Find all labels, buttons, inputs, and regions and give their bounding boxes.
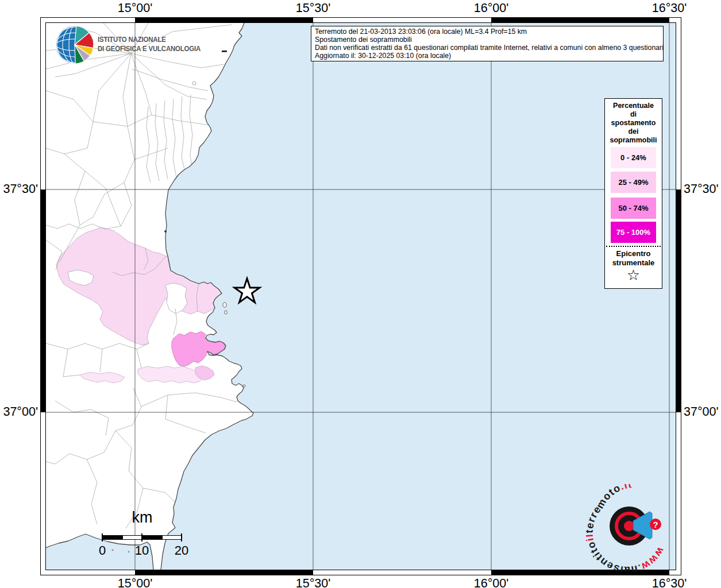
legend-epicenter-label: Epicentro strumentale [605, 249, 662, 268]
event-info-line2: Spostamento dei soprammobili [315, 36, 660, 44]
legend-class-0-24: 0 - 24% [611, 147, 656, 168]
tick-label-right-37-30: 37°30' [684, 182, 721, 196]
legend-box: Percentuale di spostamento dei soprammob… [604, 98, 662, 289]
ingv-globe-icon [53, 23, 97, 67]
scale-bar-label-10: 10 [130, 543, 153, 558]
tick-label-left-37-00: 37°00' [0, 405, 38, 419]
scale-bar-unit: km [118, 509, 167, 527]
tick-label-left-37-30: 37°30' [0, 182, 38, 196]
legend-title: Percentuale di spostamento dei soprammob… [605, 102, 662, 145]
legend-class-75-100: 75 - 100% [611, 222, 656, 243]
ingv-logo-text: ISTITUTO NAZIONALE DI GEOFISICA E VULCAN… [98, 35, 201, 53]
frame-band-top-1 [135, 18, 313, 22]
tick-label-top-15-30: 15°30' [282, 1, 345, 16]
frame-band-bottom-1 [135, 570, 313, 575]
tick-label-top-16-30: 16°30' [638, 1, 701, 16]
tick-label-bottom-16-30: 16°30' [638, 577, 701, 588]
legend-class-25-49: 25 - 49% [611, 172, 656, 193]
legend-star-icon: ☆ [605, 267, 662, 283]
map-frame [40, 17, 681, 575]
map-area [45, 22, 676, 570]
watermark-svg: ? www.haisentitoilterremoto.it [586, 484, 676, 571]
haisentitoilterremoto-logo: ? www.haisentitoilterremoto.it [586, 484, 676, 571]
event-info-line4: Aggiornato il: 30-12-2025 03:10 (ora loc… [315, 52, 660, 60]
frame-band-right [676, 189, 681, 412]
tick-label-right-37-00: 37°00' [684, 405, 721, 419]
tick-label-top-16-00: 16°00' [460, 1, 523, 16]
tick-label-bottom-15-00: 15°00' [103, 577, 167, 588]
ingv-logo-line1: ISTITUTO NAZIONALE [98, 35, 201, 44]
ingv-logo-line2: DI GEOFISICA E VULCANOLOGIA [98, 44, 201, 53]
question-mark: ? [653, 520, 658, 529]
scale-bar-label-20: 20 [170, 543, 193, 558]
frame-band-left [41, 189, 45, 412]
event-info-box: Terremoto del 21-03-2013 23:03:06 (ora l… [311, 26, 664, 61]
earthquake-felt-map: 15°00' 15°30' 16°00' 16°30' 15°00' 15°30… [0, 0, 721, 588]
legend-divider [606, 246, 661, 247]
scale-bar: km 0 10 20 [86, 505, 213, 568]
tick-label-top-15-00: 15°00' [103, 1, 167, 16]
tick-label-bottom-15-30: 15°30' [282, 577, 345, 588]
ingv-logo: ISTITUTO NAZIONALE DI GEOFISICA E VULCAN… [53, 23, 231, 67]
event-info-line1: Terremoto del 21-03-2013 23:03:06 (ora l… [315, 28, 660, 36]
scale-bar-label-0: 0 [91, 543, 114, 558]
scale-bar-segments [102, 535, 182, 540]
target-red-center [624, 521, 634, 531]
map-svg [46, 23, 676, 570]
event-info-line3: Dati non verificati estratti da 61 quest… [315, 44, 660, 52]
frame-band-top-2 [491, 18, 669, 22]
legend-class-50-74: 50 - 74% [611, 198, 656, 219]
tick-label-bottom-16-00: 16°00' [460, 577, 523, 588]
